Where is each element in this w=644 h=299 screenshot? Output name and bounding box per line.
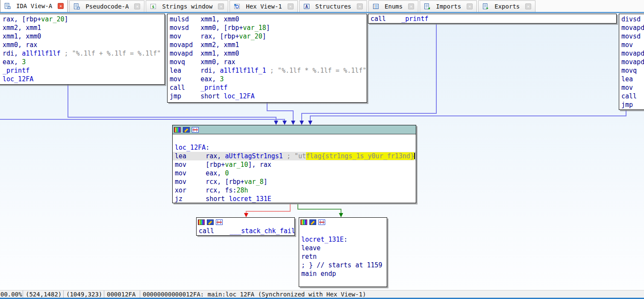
code-line[interactable]: call [619, 92, 644, 101]
code-line[interactable]: jz short locret_131E [173, 195, 416, 203]
node-header [197, 218, 294, 226]
code-line[interactable]: movsd xmm0, [rbp+var_18] [168, 24, 367, 32]
code-listing: rax, [rbp+var_20]xmm2, xmm1xmm1, xmm0xmm… [0, 14, 165, 83]
code-line[interactable]: lea rax, aUtflagStr1ngs1 ; "utflag{str1n… [173, 152, 416, 160]
edit-pencil-icon[interactable] [309, 219, 317, 225]
palette-icon[interactable] [198, 219, 205, 225]
close-icon[interactable]: ✕ [467, 3, 473, 9]
tab-hex-view-1[interactable]: Hex View-1✕ [229, 0, 297, 12]
tab-label: Exports [492, 3, 522, 10]
code-line[interactable]: loc_12FA: [173, 143, 416, 152]
code-line[interactable]: movapd [619, 49, 644, 58]
code-line[interactable]: lea [619, 75, 644, 83]
graph-node-printf-add[interactable]: rax, [rbp+var_20]xmm2, xmm1xmm1, xmm0xmm… [0, 14, 165, 85]
code-line[interactable]: mov rax, [rbp+var_20] [168, 32, 367, 41]
code-line[interactable]: mov rcx, [rbp+var_8] [173, 178, 416, 186]
status-cursor-coords: (1049,323) [64, 290, 104, 298]
tab-ida-view-a[interactable]: IDA View-A✕ [0, 0, 68, 12]
code-line[interactable]: leave [299, 244, 387, 252]
graph-node-printf-mul[interactable]: mulsd xmm1, xmm0movsd xmm0, [rbp+var_18]… [167, 14, 367, 103]
code-line[interactable]: xmm0, rax [0, 41, 165, 49]
node-header [173, 125, 416, 134]
code-line[interactable]: locret_131E: [299, 235, 387, 244]
enums-icon [373, 3, 379, 9]
graph-node-printf-div[interactable]: divsdmovapdmovsdmovmovapdmovapdmovqleamo… [619, 14, 644, 110]
code-line[interactable]: call _printf [168, 83, 367, 92]
structures-icon: A [303, 3, 310, 9]
status-zoom-percent: 00.00% [0, 290, 23, 298]
code-line[interactable]: mov [619, 83, 644, 92]
code-line[interactable]: ; } // starts at 1159 [299, 261, 387, 269]
tab-label: Pseudocode-A [83, 3, 131, 10]
code-line[interactable]: mov [619, 41, 644, 49]
code-line[interactable]: loc_12FA [0, 75, 165, 83]
code-line[interactable]: call ___stack_chk_fail [197, 227, 294, 235]
tab-enums[interactable]: Enums✕ [368, 0, 418, 12]
graph-node-locret-131E[interactable]: locret_131E:leaveretn; } // starts at 11… [299, 217, 387, 287]
tab-exports[interactable]: Exports✕ [478, 0, 535, 12]
code-line[interactable]: mov eax, 0 [173, 169, 416, 178]
close-icon[interactable]: ✕ [218, 3, 224, 9]
code-line[interactable]: lea rdi, a1lf1lf1lf_1 ; "%.1lf * %.1lf =… [168, 66, 367, 75]
code-line[interactable]: movapd [619, 58, 644, 66]
hex-view-icon [234, 3, 240, 9]
code-line[interactable]: movapd [619, 24, 644, 32]
close-icon[interactable]: ✕ [408, 3, 414, 9]
imports-icon [424, 3, 430, 9]
group-nodes-icon[interactable] [318, 219, 326, 225]
code-line[interactable]: jmp [619, 101, 644, 109]
tab-structures[interactable]: AStructures✕ [299, 0, 367, 12]
code-listing: mulsd xmm1, xmm0movsd xmm0, [rbp+var_18]… [168, 14, 367, 101]
graph-node-loc-12FA[interactable]: loc_12FA:lea rax, aUtflagStr1ngs1 ; "utf… [172, 125, 416, 203]
graph-node-call-printf[interactable]: call _printf [368, 14, 617, 24]
code-line[interactable]: movapd xmm2, xmm1 [168, 41, 367, 49]
group-nodes-icon[interactable] [192, 127, 199, 133]
code-line[interactable]: jmp short loc_12FA [168, 92, 367, 101]
ida-view-icon [4, 3, 11, 9]
tab-label: IDA View-A [14, 3, 55, 9]
graph-node-stack-chk-fail[interactable]: call ___stack_chk_fail [196, 217, 295, 236]
code-line[interactable]: rax, [rbp+var_20] [0, 15, 165, 24]
code-line[interactable]: _printf [0, 66, 165, 75]
tab-label: Structures [313, 3, 354, 10]
code-line[interactable]: xmm1, xmm0 [0, 32, 165, 41]
node-header [299, 218, 387, 226]
code-line[interactable]: movq xmm0, rax [168, 58, 367, 66]
close-icon[interactable]: ✕ [357, 3, 363, 9]
code-line[interactable]: call _printf [368, 15, 616, 23]
tab-imports[interactable]: Imports✕ [420, 0, 477, 12]
edit-pencil-icon[interactable] [207, 219, 214, 225]
tab-strings-window[interactable]: sStrings window✕ [146, 0, 228, 12]
tab-bar: IDA View-A✕Pseudocode-A✕sStrings window✕… [0, 0, 644, 13]
code-line[interactable]: retn [299, 252, 387, 261]
code-line[interactable]: divsd [619, 15, 644, 24]
strings-icon: s [150, 3, 156, 9]
code-line[interactable]: movsd [619, 32, 644, 41]
code-line[interactable] [299, 227, 387, 235]
code-listing: locret_131E:leaveretn; } // starts at 11… [299, 226, 387, 278]
code-line[interactable]: xor rcx, fs:28h [173, 186, 416, 195]
code-line[interactable]: main endp [299, 269, 387, 278]
code-line[interactable]: rdi, a1lf1lf1lf ; "%.1lf + %.1lf = %.1lf… [0, 49, 165, 58]
status-graph-coords: (524,1482) [23, 290, 64, 298]
code-line[interactable]: eax, 3 [0, 58, 165, 66]
tab-pseudocode-a[interactable]: Pseudocode-A✕ [69, 0, 144, 12]
code-line[interactable]: movq [619, 66, 644, 75]
palette-icon[interactable] [174, 127, 181, 133]
code-line[interactable]: xmm2, xmm1 [0, 24, 165, 32]
status-file-offset: 000012FA [104, 290, 140, 298]
edit-pencil-icon[interactable] [183, 127, 190, 133]
code-line[interactable]: mulsd xmm1, xmm0 [168, 15, 367, 24]
code-line[interactable]: mov eax, 3 [168, 75, 367, 83]
code-listing: call _printf [368, 14, 616, 23]
code-line[interactable]: movapd xmm1, xmm0 [168, 49, 367, 58]
code-line[interactable]: mov [rbp+var_10], rax [173, 160, 416, 169]
palette-icon[interactable] [300, 219, 308, 225]
code-line[interactable] [173, 135, 416, 143]
group-nodes-icon[interactable] [216, 219, 223, 225]
close-icon[interactable]: ✕ [288, 3, 294, 9]
close-icon[interactable]: ✕ [525, 3, 531, 9]
close-icon[interactable]: ✕ [134, 3, 140, 9]
close-icon[interactable]: ✕ [58, 3, 64, 9]
tab-label: Strings window [159, 3, 215, 10]
